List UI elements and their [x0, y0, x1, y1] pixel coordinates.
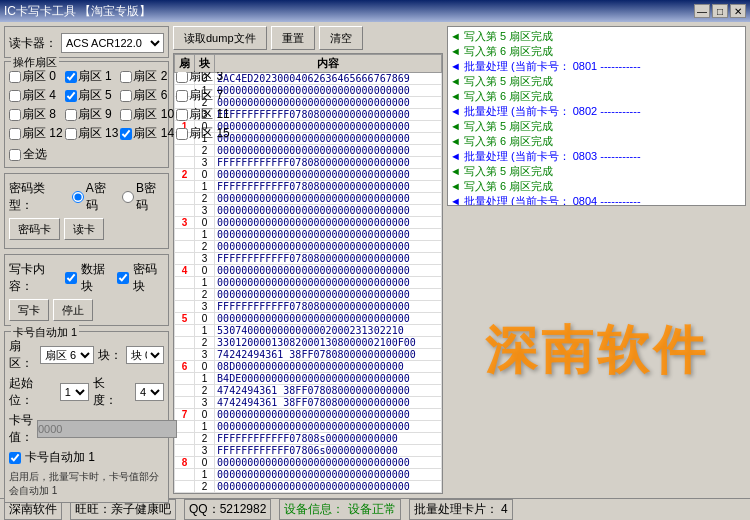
- write-card-button[interactable]: 写卡: [9, 299, 49, 321]
- log-line: ◄ 批量处理 (当前卡号： 0803 -----------: [450, 149, 743, 164]
- sector-check-0[interactable]: [9, 71, 21, 83]
- sector-check-6[interactable]: [120, 90, 132, 102]
- sector-cell: [175, 349, 195, 361]
- sector-label-12: 扇区 12: [22, 125, 63, 142]
- crypto-label: 密码类型：: [9, 180, 64, 214]
- dump-file-button[interactable]: 读取dump文件: [173, 26, 267, 50]
- table-row: 200000000000000000000000000000000: [175, 193, 442, 205]
- log-line: ◄ 写入第 5 扇区完成: [450, 74, 743, 89]
- sector-item-2[interactable]: 扇区 2: [120, 68, 174, 85]
- data-cell: FFFFFFFFFFFF07806s000000000000: [215, 445, 442, 457]
- block-cell: 1: [195, 277, 215, 289]
- sector-item-5[interactable]: 扇区 5: [65, 87, 119, 104]
- data-block-label: 数据块: [81, 261, 112, 295]
- close-button[interactable]: ✕: [730, 4, 746, 18]
- log-line: ◄ 写入第 6 扇区完成: [450, 44, 743, 59]
- sector-item-14[interactable]: 扇区 14: [120, 125, 174, 142]
- data-cell: 2AC4ED20230004062636465666767869: [215, 73, 442, 85]
- sector-item-10[interactable]: 扇区 10: [120, 106, 174, 123]
- write-btn-row: 写卡 停止: [9, 299, 164, 321]
- sector-item-4[interactable]: 扇区 4: [9, 87, 63, 104]
- sector-cell: [175, 205, 195, 217]
- sector-item-7[interactable]: 扇区 7: [176, 87, 230, 104]
- sector-cell: [175, 493, 195, 495]
- reader-select[interactable]: ACS ACR122.0: [61, 33, 164, 53]
- sector-check-5[interactable]: [65, 90, 77, 102]
- crypto-b-item[interactable]: B密码: [122, 180, 164, 214]
- auto-increment-check-label: 卡号自动加 1: [25, 449, 95, 466]
- sector-item-8[interactable]: 扇区 8: [9, 106, 63, 123]
- block-cell: 2: [195, 193, 215, 205]
- auto-start-select[interactable]: 1: [60, 383, 89, 401]
- crypto-radio-row: 密码类型： A密码 B密码: [9, 180, 164, 214]
- sector-item-12[interactable]: 扇区 12: [9, 125, 63, 142]
- table-row: 7000000000000000000000000000000000: [175, 409, 442, 421]
- crypto-b-radio[interactable]: [122, 191, 134, 203]
- crypto-a-item[interactable]: A密码: [72, 180, 114, 214]
- select-all-checkbox[interactable]: [9, 149, 21, 161]
- sector-cell: [175, 325, 195, 337]
- card-num-input[interactable]: [37, 420, 177, 438]
- sector-check-13[interactable]: [65, 128, 77, 140]
- data-cell: 00000000000000000000000000000000: [215, 229, 442, 241]
- sector-label-6: 扇区 6: [133, 87, 167, 104]
- table-row: 300000000000000000000000000000000: [175, 205, 442, 217]
- clear-button[interactable]: 清空: [319, 26, 363, 50]
- data-block-checkbox[interactable]: [65, 272, 77, 284]
- batch-status: 批量处理卡片： 4: [409, 499, 513, 520]
- sector-cell: [175, 193, 195, 205]
- maximize-button[interactable]: □: [712, 4, 728, 18]
- title-text: IC卡写卡工具 【淘宝专版】: [4, 3, 151, 20]
- col-content: 内容: [215, 55, 442, 73]
- sector-check-15[interactable]: [176, 128, 188, 140]
- data-cell: FFFFFFFFFFFF07808000000000000000: [215, 157, 442, 169]
- sector-cell: 5: [175, 313, 195, 325]
- sector-check-8[interactable]: [9, 109, 21, 121]
- sector-check-9[interactable]: [65, 109, 77, 121]
- minimize-button[interactable]: —: [694, 4, 710, 18]
- sector-check-14[interactable]: [120, 128, 132, 140]
- block-cell: 3: [195, 445, 215, 457]
- auto-block-select[interactable]: 块 0: [126, 346, 164, 364]
- sector-check-2[interactable]: [120, 71, 132, 83]
- key-card-button[interactable]: 密码卡: [9, 218, 60, 240]
- sector-item-11[interactable]: 扇区 11: [176, 106, 230, 123]
- read-card-button[interactable]: 读卡: [64, 218, 104, 240]
- sector-cell: 4: [175, 265, 195, 277]
- data-cell: 00000000000000000000000000000000: [215, 97, 442, 109]
- crypto-box: 密码类型： A密码 B密码 密码卡 读卡: [4, 173, 169, 249]
- sector-label-9: 扇区 9: [78, 106, 112, 123]
- sector-check-4[interactable]: [9, 90, 21, 102]
- auto-length-select[interactable]: 4: [135, 383, 164, 401]
- data-cell: 00000000000000000000000000000000: [215, 469, 442, 481]
- sector-check-10[interactable]: [120, 109, 132, 121]
- sector-label-5: 扇区 5: [78, 87, 112, 104]
- sector-cell: 3: [175, 217, 195, 229]
- sector-cell: [175, 253, 195, 265]
- sector-item-6[interactable]: 扇区 6: [120, 87, 174, 104]
- data-cell: 5307400000000000002000231302210: [215, 325, 442, 337]
- sector-item-13[interactable]: 扇区 13: [65, 125, 119, 142]
- sector-item-15[interactable]: 扇区 15: [176, 125, 230, 142]
- stop-button[interactable]: 停止: [53, 299, 93, 321]
- auto-area-select[interactable]: 扇区 6: [40, 346, 94, 364]
- key-block-checkbox[interactable]: [117, 272, 129, 284]
- block-cell: 2: [195, 385, 215, 397]
- sector-grid: 扇区 0 扇区 1 扇区 2 扇区 3 扇区 4 扇区 5 扇区 6 扇区 7 …: [9, 68, 164, 142]
- table-row: 4000000000000000000000000000000000: [175, 265, 442, 277]
- sector-check-1[interactable]: [65, 71, 77, 83]
- sector-check-7[interactable]: [176, 90, 188, 102]
- sector-check-12[interactable]: [9, 128, 21, 140]
- crypto-a-radio[interactable]: [72, 191, 84, 203]
- sector-cell: [175, 481, 195, 493]
- sector-item-0[interactable]: 扇区 0: [9, 68, 63, 85]
- table-row: 5000000000000000000000000000000000: [175, 313, 442, 325]
- card-num-label: 卡号值：: [9, 412, 33, 446]
- sector-item-1[interactable]: 扇区 1: [65, 68, 119, 85]
- sector-item-9[interactable]: 扇区 9: [65, 106, 119, 123]
- sector-cell: [175, 181, 195, 193]
- auto-increment-checkbox[interactable]: [9, 452, 21, 464]
- top-buttons: 读取dump文件 重置 清空: [173, 26, 443, 50]
- reset-button[interactable]: 重置: [271, 26, 315, 50]
- sector-check-11[interactable]: [176, 109, 188, 121]
